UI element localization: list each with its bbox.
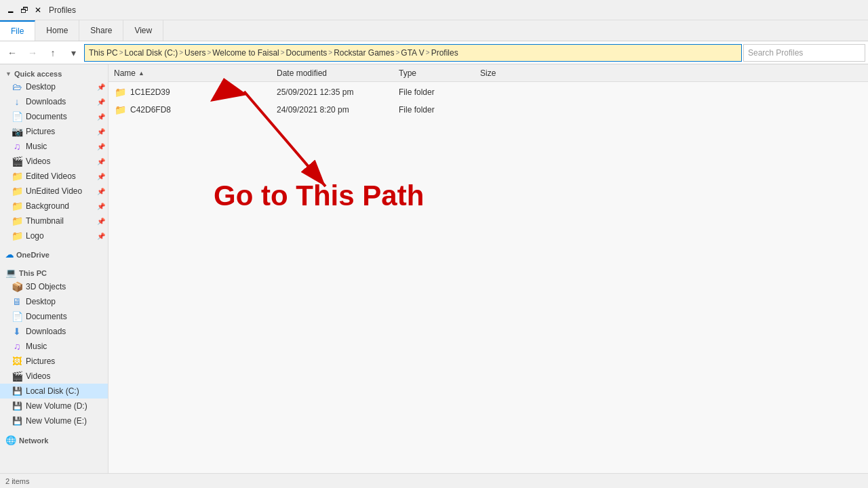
pin-icon-pics: 📌	[97, 128, 105, 136]
sidebar-item-desktop-pc[interactable]: 🖥 Desktop	[0, 294, 108, 309]
crumb-user[interactable]: Welcome to Faisal	[212, 48, 279, 58]
maximize-icon[interactable]: 🗗	[19, 5, 30, 16]
sidebar-item-videos-pc[interactable]: 🎬 Videos	[0, 369, 108, 384]
file-modified-2: 24/09/2021 8:20 pm	[277, 105, 399, 115]
address-bar[interactable]: This PC > Local Disk (C:) > Users > Welc…	[84, 44, 742, 62]
tab-file[interactable]: File	[0, 20, 35, 41]
sidebar-item-videos[interactable]: 🎬 Videos 📌	[0, 154, 108, 169]
sidebar-item-pictures[interactable]: 📷 Pictures 📌	[0, 124, 108, 139]
sidebar-item-localdisk-c[interactable]: 💾 Local Disk (C:)	[0, 384, 108, 399]
crumb-users[interactable]: Users	[184, 48, 205, 58]
sort-arrow: ▲	[138, 70, 144, 77]
title-bar: 🗕 🗗 ✕ Profiles	[0, 0, 868, 20]
sidebar-item-3dobjects[interactable]: 📦 3D Objects	[0, 279, 108, 294]
3dobjects-icon: 📦	[11, 281, 23, 292]
sidebar-item-music-pc[interactable]: ♫ Music	[0, 339, 108, 354]
sidebar-network-header[interactable]: 🌐 Network	[0, 432, 108, 447]
onedrive-icon: ☁	[5, 250, 14, 260]
sidebar-onedrive-header[interactable]: ☁ OneDrive	[0, 247, 108, 261]
sidebar-quickaccess-header[interactable]: ▼ Quick access	[0, 67, 108, 79]
sidebar-item-background[interactable]: 📁 Background 📌	[0, 199, 108, 214]
tab-share[interactable]: Share	[79, 20, 123, 41]
pin-icon-logo: 📌	[97, 232, 105, 240]
back-button[interactable]: ←	[3, 43, 22, 62]
crumb-localdisk[interactable]: Local Disk (C:)	[125, 48, 178, 58]
file-list: 📁 1C1E2D39 25/09/2021 12:35 pm File fold…	[108, 82, 868, 473]
address-bar-area: ← → ↑ ▾ This PC > Local Disk (C:) > User…	[0, 41, 868, 64]
crumb-rockstar[interactable]: Rockstar Games	[334, 48, 394, 58]
thispc-icon: 💻	[5, 268, 16, 278]
folder-icon-2: 📁	[114, 104, 126, 115]
item-count: 2 items	[5, 477, 29, 485]
file-type-1: File folder	[399, 87, 480, 97]
close-icon[interactable]: ✕	[33, 5, 43, 16]
videos-pc-icon: 🎬	[11, 371, 23, 382]
pin-icon-music: 📌	[97, 143, 105, 150]
pin-icon-thumb: 📌	[97, 218, 105, 225]
status-bar: 2 items	[0, 473, 868, 488]
search-placeholder: Search Profiles	[748, 48, 803, 58]
downloads-icon: ↓	[11, 96, 23, 107]
col-header-type[interactable]: Type	[399, 68, 480, 78]
music-pc-icon: ♫	[11, 341, 23, 352]
recent-button[interactable]: ▾	[64, 43, 83, 62]
documents-pc-icon: 📄	[11, 311, 23, 322]
up-button[interactable]: ↑	[43, 43, 62, 62]
sidebar-item-music[interactable]: ♫ Music 📌	[0, 139, 108, 154]
file-type-2: File folder	[399, 105, 480, 115]
pictures-pc-icon: 🖼	[11, 356, 23, 367]
forward-button[interactable]: →	[23, 43, 42, 62]
onedrive-label: OneDrive	[16, 251, 50, 259]
sidebar-item-documents-pc[interactable]: 📄 Documents	[0, 309, 108, 324]
sidebar: ▼ Quick access 🗁 Desktop 📌 ↓ Downloads 📌…	[0, 64, 108, 473]
sidebar-item-desktop[interactable]: 🗁 Desktop 📌	[0, 79, 108, 94]
unedited-video-icon: 📁	[11, 186, 23, 197]
minimize-icon[interactable]: 🗕	[5, 5, 16, 16]
sidebar-item-volume-e[interactable]: 💾 New Volume (E:)	[0, 413, 108, 428]
volume-e-icon: 💾	[11, 415, 23, 426]
main-area: ▼ Quick access 🗁 Desktop 📌 ↓ Downloads 📌…	[0, 64, 868, 473]
sidebar-item-downloads-pc[interactable]: ⬇ Downloads	[0, 324, 108, 339]
thumbnail-icon: 📁	[11, 216, 23, 226]
window-title: Profiles	[49, 5, 76, 15]
search-box[interactable]: Search Profiles	[743, 44, 865, 62]
sidebar-item-unedited-video[interactable]: 📁 UnEdited Video 📌	[0, 184, 108, 199]
tab-home[interactable]: Home	[35, 20, 79, 41]
pin-icon-ev: 📌	[97, 173, 105, 180]
crumb-gtav[interactable]: GTA V	[401, 48, 424, 58]
sidebar-item-documents[interactable]: 📄 Documents 📌	[0, 109, 108, 124]
sidebar-item-thumbnail[interactable]: 📁 Thumbnail 📌	[0, 214, 108, 228]
sidebar-item-downloads[interactable]: ↓ Downloads 📌	[0, 94, 108, 109]
pin-icon-uv: 📌	[97, 188, 105, 195]
sidebar-thispc-header[interactable]: 💻 This PC	[0, 265, 108, 279]
col-header-name[interactable]: Name ▲	[114, 68, 277, 78]
column-header-row: Name ▲ Date modified Type Size	[108, 64, 868, 82]
title-bar-controls[interactable]: 🗕 🗗 ✕	[5, 5, 43, 16]
pin-icon-docs: 📌	[97, 113, 105, 121]
crumb-documents[interactable]: Documents	[286, 48, 328, 58]
sidebar-item-pictures-pc[interactable]: 🖼 Pictures	[0, 354, 108, 369]
crumb-profiles[interactable]: Profiles	[431, 48, 458, 58]
logo-icon: 📁	[11, 230, 23, 241]
ribbon-tabs: File Home Share View	[0, 20, 868, 41]
file-name-2: C42D6FD8	[130, 105, 277, 115]
volume-d-icon: 💾	[11, 401, 23, 411]
network-label: Network	[19, 436, 48, 445]
table-row[interactable]: 📁 C42D6FD8 24/09/2021 8:20 pm File folde…	[108, 101, 868, 119]
file-name-1: 1C1E2D39	[130, 87, 277, 97]
sidebar-item-logo[interactable]: 📁 Logo 📌	[0, 228, 108, 243]
crumb-thispc[interactable]: This PC	[89, 48, 118, 58]
sidebar-item-edited-videos[interactable]: 📁 Edited Videos 📌	[0, 169, 108, 184]
localdisk-c-icon: 💾	[11, 386, 23, 396]
background-icon: 📁	[11, 201, 23, 211]
sidebar-item-volume-d[interactable]: 💾 New Volume (D:)	[0, 399, 108, 413]
col-header-modified[interactable]: Date modified	[277, 68, 399, 78]
table-row[interactable]: 📁 1C1E2D39 25/09/2021 12:35 pm File fold…	[108, 83, 868, 101]
folder-icon-1: 📁	[114, 87, 126, 98]
pin-icon: 📌	[97, 83, 105, 91]
col-header-size[interactable]: Size	[480, 68, 548, 78]
pin-icon-bg: 📌	[97, 203, 105, 210]
pin-icon-dl: 📌	[97, 98, 105, 106]
desktop-pc-icon: 🖥	[11, 296, 23, 307]
tab-view[interactable]: View	[123, 20, 163, 41]
